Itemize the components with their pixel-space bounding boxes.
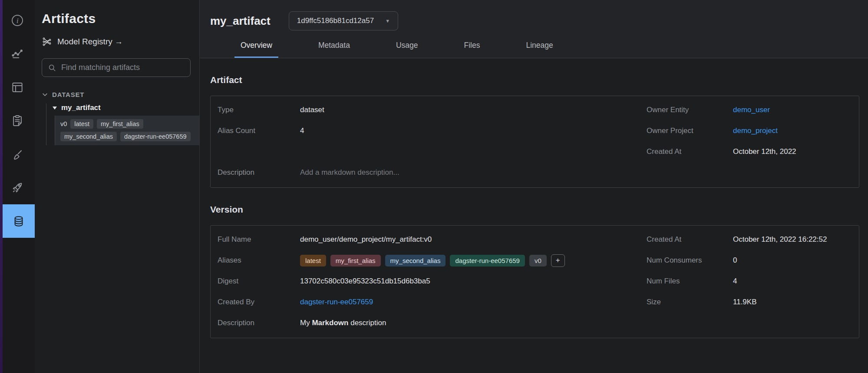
field-num-consumers: Num Consumers 0 — [647, 250, 848, 271]
field-owner-entity: Owner Entity demo_user — [647, 100, 848, 120]
tree-version-item-v0[interactable]: v0 latest my_first_alias my_second_alias… — [55, 116, 199, 145]
description-placeholder[interactable]: Add a markdown description... — [300, 168, 399, 177]
owner-entity-link[interactable]: demo_user — [733, 106, 770, 114]
version-alias-chip: latest — [70, 119, 93, 129]
owner-project-link[interactable]: demo_project — [733, 127, 778, 135]
database-icon — [12, 214, 26, 228]
line-chart-icon — [10, 47, 24, 61]
field-artifact-created-at: Created At October 12th, 2022 — [647, 141, 848, 162]
tree-artifact-label: my_artifact — [61, 103, 101, 112]
rail-item-sweeps[interactable] — [0, 137, 35, 171]
created-by-link[interactable]: dagster-run-ee057659 — [300, 298, 373, 306]
rail-item-info[interactable]: i — [0, 3, 35, 37]
version-section-heading: Version — [210, 204, 859, 215]
tab-lineage[interactable]: Lineage — [520, 41, 559, 58]
page-title: my_artifact — [210, 14, 271, 28]
field-type: Type dataset — [218, 100, 647, 120]
alias-badge-v0[interactable]: v0 — [529, 255, 547, 266]
tab-overview[interactable]: Overview — [234, 41, 278, 58]
model-registry-label: Model Registry → — [57, 37, 123, 47]
field-aliases: Aliases latest my_first_alias my_second_… — [218, 250, 647, 271]
tree-group-label: DATASET — [52, 91, 84, 98]
field-created-by: Created By dagster-run-ee057659 — [218, 292, 647, 313]
sidebar-title: Artifacts — [42, 11, 191, 26]
triangle-down-icon — [52, 105, 57, 110]
caret-down-icon: ▼ — [385, 18, 390, 23]
artifacts-sidebar: Artifacts Model Registry → DATASET — [35, 0, 200, 373]
rail-item-charts[interactable] — [0, 37, 35, 70]
tree-item-my-artifact[interactable]: my_artifact — [52, 103, 191, 112]
rail-item-artifacts[interactable] — [3, 204, 35, 238]
version-name: v0 — [60, 120, 67, 127]
tab-files[interactable]: Files — [458, 41, 486, 58]
field-full-name: Full Name demo_user/demo_project/my_arti… — [218, 229, 647, 250]
alias-badge-dagster-run[interactable]: dagster-run-ee057659 — [450, 255, 525, 266]
tab-metadata[interactable]: Metadata — [312, 41, 356, 58]
tree-group-dataset[interactable]: DATASET — [42, 91, 191, 98]
model-registry-link[interactable]: Model Registry → — [42, 37, 191, 47]
alias-badge-my-first-alias[interactable]: my_first_alias — [330, 255, 381, 266]
field-size: Size 11.9KB — [647, 292, 848, 313]
alias-badge-latest[interactable]: latest — [300, 255, 326, 266]
artifact-section-heading: Artifact — [210, 75, 859, 85]
version-panel: Full Name demo_user/demo_project/my_arti… — [210, 225, 859, 338]
field-num-files: Num Files 4 — [647, 271, 848, 292]
field-version-created-at: Created At October 12th, 2022 16:22:52 — [647, 229, 848, 250]
chevron-down-icon — [42, 91, 48, 98]
artifact-search[interactable] — [42, 58, 191, 77]
version-selector-value: 1d9ffc5186b81cd12a57 — [297, 17, 374, 25]
add-alias-button[interactable]: + — [551, 254, 565, 267]
artifact-panel: Type dataset Alias Count 4 Description A… — [210, 96, 859, 188]
main-panel: my_artifact 1d9ffc5186b81cd12a57 ▼ Overv… — [200, 0, 868, 373]
rail-item-reports[interactable] — [0, 104, 35, 137]
version-description-value: My Markdown description — [300, 319, 386, 327]
search-icon — [48, 63, 56, 72]
icon-rail: i — [0, 0, 35, 373]
overview-content: Artifact Type dataset Alias Count 4 Desc… — [200, 58, 868, 338]
table-icon — [10, 80, 24, 94]
version-alias-chip: my_first_alias — [97, 119, 143, 129]
tab-bar: Overview Metadata Usage Files Lineage — [210, 41, 868, 58]
version-selector-dropdown[interactable]: 1d9ffc5186b81cd12a57 ▼ — [289, 11, 398, 30]
field-artifact-description: Description Add a markdown description..… — [218, 162, 647, 183]
field-digest: Digest 13702c580c03e95323c51db15d6b3ba5 — [218, 271, 647, 292]
svg-text:i: i — [17, 16, 19, 24]
artifact-tree: DATASET my_artifact v0 latest my_first_a… — [42, 91, 191, 145]
rail-item-launch[interactable] — [0, 171, 35, 204]
broom-icon — [10, 147, 24, 161]
rail-item-tables[interactable] — [0, 70, 35, 104]
main-header: my_artifact 1d9ffc5186b81cd12a57 ▼ Overv… — [200, 0, 868, 58]
rocket-icon — [10, 181, 24, 195]
field-alias-count: Alias Count 4 — [218, 120, 647, 141]
field-version-description: Description My Markdown description — [218, 313, 647, 333]
clipboard-icon — [10, 114, 24, 128]
version-alias-chip: my_second_alias — [60, 132, 117, 141]
info-icon: i — [10, 13, 24, 27]
version-alias-chip: dagster-run-ee057659 — [120, 132, 191, 141]
alias-badge-my-second-alias[interactable]: my_second_alias — [385, 255, 446, 266]
search-input[interactable] — [61, 63, 185, 72]
model-registry-icon — [42, 37, 52, 47]
tab-usage[interactable]: Usage — [390, 41, 424, 58]
field-owner-project: Owner Project demo_project — [647, 120, 848, 141]
